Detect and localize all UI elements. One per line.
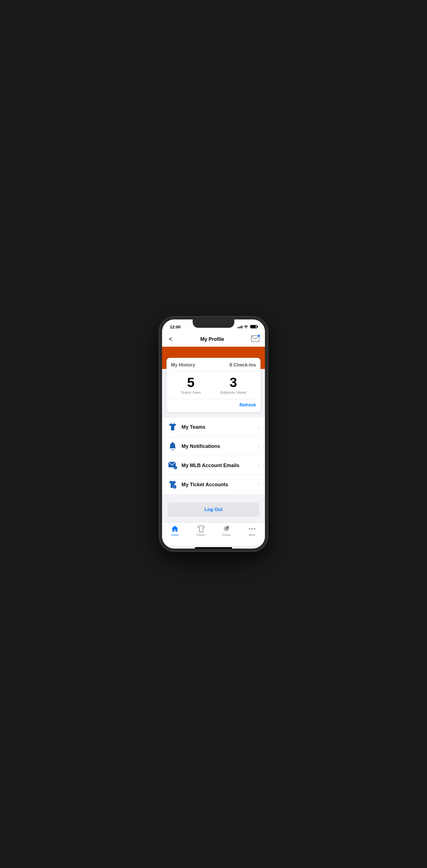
- tab-tickets-label: Tickets: [196, 533, 205, 536]
- tab-orioles-label: Orioles: [222, 533, 231, 536]
- tab-orioles[interactable]: Orioles: [214, 525, 239, 536]
- svg-point-13: [254, 528, 255, 530]
- home-icon: [171, 525, 179, 533]
- menu-item-my-mlb-emails[interactable]: ! My MLB Account Emails ›: [162, 456, 265, 475]
- chevron-right-icon: ›: [258, 425, 260, 430]
- tickets-icon: [197, 525, 205, 533]
- menu-label-my-mlb-emails: My MLB Account Emails: [182, 463, 258, 468]
- refresh-button[interactable]: Refresh: [239, 403, 256, 408]
- teams-seen-label: Teams Seen: [181, 390, 201, 395]
- more-icon: [248, 525, 256, 533]
- tab-bar: Home Tickets: [162, 522, 265, 546]
- tab-more[interactable]: More: [239, 525, 265, 536]
- bell-icon: [167, 441, 178, 451]
- notification-dot: [257, 335, 260, 337]
- ballparks-visited-label: Ballparks Visted: [220, 390, 246, 395]
- signal-bar-4: [242, 326, 242, 328]
- chevron-right-icon-4: ›: [258, 482, 260, 487]
- phone-screen: 12:00 < My Profile: [162, 319, 265, 549]
- page-title: My Profile: [200, 336, 224, 342]
- menu-label-my-ticket-accounts: My Ticket Accounts: [182, 482, 258, 488]
- status-time: 12:00: [170, 324, 180, 329]
- notch: [193, 319, 234, 328]
- status-icons: [237, 325, 257, 328]
- logout-button[interactable]: Log Out: [167, 502, 260, 517]
- wifi-icon: [244, 325, 248, 328]
- svg-text:!: !: [175, 467, 176, 469]
- history-card: My History 8 Check-Ins 5 Teams Seen 3 Ba…: [166, 358, 261, 412]
- mlb-email-icon: !: [167, 460, 178, 470]
- svg-text:!: !: [174, 486, 175, 489]
- battery-fill: [251, 326, 256, 328]
- history-title: My History: [171, 362, 195, 368]
- signal-bar-2: [239, 327, 240, 328]
- nav-header: < My Profile: [162, 332, 265, 347]
- ballparks-visited-stat: 3 Ballparks Visted: [220, 376, 246, 395]
- logout-container: Log Out: [162, 494, 265, 522]
- scroll-content[interactable]: My History 8 Check-Ins 5 Teams Seen 3 Ba…: [162, 347, 265, 522]
- menu-section: My Teams › My Notifications ›: [162, 417, 265, 494]
- tab-tickets[interactable]: Tickets: [188, 525, 214, 536]
- teams-seen-stat: 5 Teams Seen: [181, 376, 201, 395]
- chevron-right-icon-3: ›: [258, 463, 260, 468]
- orioles-icon: [222, 525, 230, 533]
- signal-bar-3: [240, 326, 241, 328]
- menu-item-my-notifications[interactable]: My Notifications ›: [162, 437, 265, 456]
- signal-bars-icon: [237, 325, 242, 328]
- svg-point-12: [251, 528, 253, 530]
- mail-button[interactable]: [251, 335, 260, 343]
- menu-item-my-ticket-accounts[interactable]: ! My Ticket Accounts ›: [162, 475, 265, 494]
- back-button[interactable]: <: [167, 335, 174, 344]
- menu-label-my-teams: My Teams: [182, 424, 258, 430]
- jersey-icon: [167, 422, 178, 432]
- menu-label-my-notifications: My Notifications: [182, 443, 258, 449]
- phone-frame: 12:00 < My Profile: [159, 317, 268, 551]
- tab-home[interactable]: Home: [162, 525, 188, 536]
- home-indicator: [195, 547, 232, 549]
- ticket-accounts-icon: !: [167, 479, 178, 490]
- refresh-row: Refresh: [171, 403, 256, 408]
- signal-bar-1: [237, 327, 238, 328]
- battery-icon: [250, 325, 257, 328]
- stats-divider: [171, 399, 256, 399]
- svg-point-11: [249, 528, 250, 530]
- menu-item-my-teams[interactable]: My Teams ›: [162, 417, 265, 437]
- chevron-right-icon-2: ›: [258, 444, 260, 449]
- history-header: My History 8 Check-Ins: [171, 362, 256, 368]
- ballparks-visited-number: 3: [230, 376, 237, 389]
- teams-seen-number: 5: [187, 376, 194, 389]
- checkins-label: 8 Check-Ins: [230, 362, 256, 368]
- tab-more-label: More: [249, 533, 255, 536]
- tab-home-label: Home: [171, 533, 179, 536]
- stats-row: 5 Teams Seen 3 Ballparks Visted: [171, 376, 256, 395]
